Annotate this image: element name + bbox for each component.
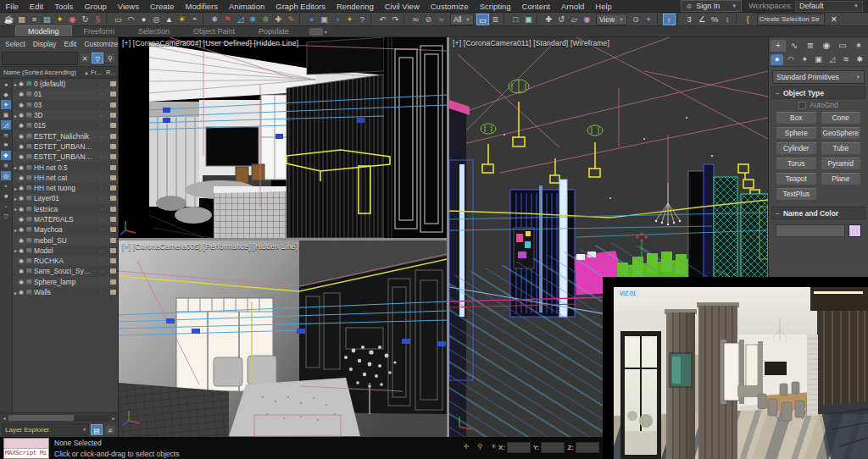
- ribbon-tab[interactable]: Populate: [247, 26, 301, 36]
- render-toggle-icon[interactable]: [108, 175, 118, 180]
- ref-coord-select[interactable]: View▼: [596, 14, 627, 25]
- expand-arrow-icon[interactable]: ▸: [13, 81, 19, 87]
- layer-row[interactable]: ◉ ▤ 01 ·: [13, 89, 118, 99]
- layer-row[interactable]: ◉ ▤ ESTET_URBAN_U20 ·: [13, 141, 118, 152]
- explorer-column-header[interactable]: Name (Sorted Ascending) ▲ Fr... R...: [0, 66, 118, 79]
- viewport-label[interactable]: [+] [CoronaCamera005] [Performance] [Hid…: [122, 242, 298, 251]
- explorer-h-scrollbar[interactable]: ◂ ▸: [0, 412, 118, 423]
- layer-row[interactable]: ◉ ▤ Sans_Souci_Symphony ·: [13, 266, 118, 276]
- layer-name[interactable]: RUCHKA: [34, 257, 96, 265]
- cone-primitive-icon[interactable]: ▲: [163, 14, 175, 25]
- visibility-eye-icon[interactable]: ◉: [19, 226, 26, 233]
- render-toggle-icon[interactable]: [108, 102, 118, 108]
- layer-name[interactable]: 01: [34, 90, 96, 98]
- pin-icon[interactable]: ⚑: [221, 14, 234, 25]
- layer-row[interactable]: ▸ ◉ ▤ lestnica ·: [13, 204, 118, 214]
- redo-icon[interactable]: ↷: [389, 14, 402, 25]
- transform-gizmo-icon[interactable]: ✛: [461, 441, 471, 451]
- cat-spacewarps-icon[interactable]: ≋: [839, 54, 852, 65]
- primitive-button[interactable]: Sphere: [776, 127, 817, 140]
- viewport-camera004[interactable]: [+] [CoronaCamera004] [User Defined] [Hi…: [119, 37, 447, 238]
- render-toggle-icon[interactable]: [108, 91, 118, 97]
- visibility-eye-icon[interactable]: ◉: [19, 279, 26, 285]
- primitive-button[interactable]: GeoSphere: [821, 127, 862, 140]
- swirl-icon[interactable]: ✱: [247, 14, 259, 25]
- workspace-select[interactable]: Default ▼: [795, 1, 863, 12]
- render-toggle-icon[interactable]: [108, 248, 118, 253]
- frozen-dot[interactable]: ·: [96, 215, 108, 224]
- sep[interactable]: [203, 14, 207, 25]
- lock-icon[interactable]: ⚲: [104, 53, 116, 64]
- scroll-right-icon[interactable]: ▸: [109, 415, 118, 421]
- visibility-eye-icon[interactable]: ◉: [19, 289, 26, 296]
- layer-name[interactable]: HH net 0.5: [34, 163, 96, 172]
- place-icon[interactable]: ◉: [581, 14, 593, 25]
- teapot-icon[interactable]: ☕: [3, 14, 15, 25]
- visibility-eye-icon[interactable]: ◉: [19, 174, 26, 181]
- menu-item[interactable]: Animation: [224, 2, 270, 11]
- angle-snap-icon[interactable]: ∠: [696, 14, 709, 25]
- layer-name[interactable]: 015: [34, 121, 96, 130]
- frozen-dot[interactable]: ·: [96, 278, 108, 286]
- layer-name[interactable]: 0 (default): [34, 80, 96, 88]
- render-setup-icon[interactable]: ≡: [28, 14, 41, 25]
- layer-name[interactable]: Walls: [34, 288, 96, 296]
- viewport-camera005[interactable]: [+] [CoronaCamera005] [Performance] [Hid…: [119, 241, 447, 437]
- menu-item[interactable]: Rendering: [331, 2, 379, 11]
- filter-funnel-icon[interactable]: ▽: [92, 53, 103, 64]
- layer-name[interactable]: MATERIALS: [34, 215, 96, 224]
- eye-icon[interactable]: ◎: [150, 14, 163, 25]
- rect-region-icon[interactable]: □: [509, 14, 522, 25]
- render-toggle-icon[interactable]: [108, 227, 118, 232]
- menu-item[interactable]: Modifiers: [180, 2, 224, 11]
- undo-icon[interactable]: ↶: [376, 14, 389, 25]
- layer-row[interactable]: ▸ ◉ ▤ HH net tuong ·: [13, 183, 118, 193]
- primitive-button[interactable]: Teapot: [776, 173, 817, 185]
- layer-name[interactable]: ESTET_URBAN_U26: [34, 152, 96, 161]
- scroll-track[interactable]: [8, 415, 109, 421]
- expand-arrow-icon[interactable]: ▸: [13, 113, 19, 119]
- layer-row[interactable]: ◉ ▤ RUCHKA ·: [13, 256, 118, 266]
- viewport-label[interactable]: [+] [CoronaCamera004] [User Defined] [Hi…: [122, 39, 298, 47]
- filter-groups-icon[interactable]: ⚑: [1, 141, 11, 150]
- filter-materials-icon[interactable]: ■: [1, 191, 11, 201]
- visibility-eye-icon[interactable]: ◉: [19, 247, 26, 254]
- keyboard-override-icon[interactable]: ↑: [663, 14, 676, 25]
- visibility-eye-icon[interactable]: ◉: [19, 80, 26, 87]
- primitive-button[interactable]: Cone: [821, 112, 862, 124]
- maxscript-mini-listener[interactable]: MAXScript Mi: [3, 438, 49, 459]
- layer-name[interactable]: HH net tuong: [34, 184, 96, 192]
- object-type-rollout[interactable]: − Object Type: [771, 86, 865, 99]
- arc-rotate-icon[interactable]: ↻: [79, 14, 92, 25]
- layer-name[interactable]: Layer01: [34, 194, 96, 202]
- layer-row[interactable]: ▸ ◉ ▤ 0 (default) ·: [13, 79, 118, 89]
- ribbon-tab[interactable]: Object Paint: [181, 26, 247, 36]
- dock-explorer-button[interactable]: ▤: [91, 424, 103, 435]
- menu-item[interactable]: Content: [516, 2, 555, 11]
- filter-frozen-icon[interactable]: ▪: [1, 181, 11, 191]
- box-primitive-icon[interactable]: ▭: [112, 14, 125, 25]
- layer-name[interactable]: HH net cat: [34, 174, 96, 182]
- expand-arrow-icon[interactable]: ▸: [13, 247, 19, 253]
- frozen-dot[interactable]: ·: [96, 132, 108, 141]
- hand-icon[interactable]: ✚: [272, 14, 285, 25]
- primitive-button[interactable]: Cylinder: [776, 142, 817, 155]
- explorer-menu-item[interactable]: Display: [33, 40, 57, 48]
- visibility-eye-icon[interactable]: ◉: [19, 164, 26, 171]
- visibility-eye-icon[interactable]: ◉: [19, 143, 26, 150]
- sep[interactable]: [504, 14, 508, 25]
- visibility-eye-icon[interactable]: ◉: [19, 268, 26, 274]
- expand-arrow-icon[interactable]: ▸: [13, 185, 19, 191]
- menu-item[interactable]: Group: [79, 2, 112, 11]
- object-color-swatch[interactable]: [849, 224, 861, 237]
- autogrid-checkbox[interactable]: [798, 102, 806, 109]
- frozen-dot[interactable]: ·: [96, 257, 108, 265]
- layer-name[interactable]: Model: [34, 246, 96, 255]
- coord-field[interactable]: [541, 442, 565, 453]
- filter-lights-icon[interactable]: ✦: [1, 100, 11, 109]
- cat-geometry-icon[interactable]: ●: [771, 54, 783, 65]
- selection-set-input[interactable]: [757, 14, 825, 25]
- scale-icon[interactable]: ▱: [568, 14, 581, 25]
- spinner-snap-icon[interactable]: ↕: [721, 14, 734, 25]
- explorer-menu-item[interactable]: Customize: [84, 40, 118, 48]
